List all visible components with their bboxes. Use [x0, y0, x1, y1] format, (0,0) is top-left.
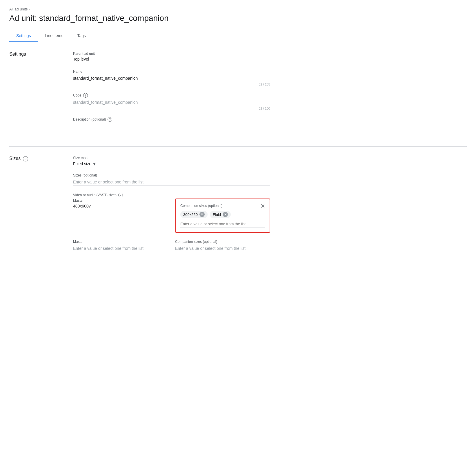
code-char-count: 32 / 100	[73, 107, 270, 110]
description-help-icon[interactable]: ?	[108, 117, 112, 122]
vast-bottom-companion-group: Companion sizes (optional)	[175, 240, 270, 252]
chip-fluid-close-icon: ✕	[224, 213, 227, 216]
settings-content: Parent ad unit Top level Name 32 / 255 C…	[73, 52, 270, 137]
parent-ad-unit-value: Top level	[73, 57, 270, 63]
chip-300x250-close-icon: ✕	[201, 213, 203, 216]
tabs-container: Settings Line items Tags	[9, 30, 467, 42]
breadcrumb-label: All ad units	[9, 7, 28, 11]
size-mode-group: Size mode Fixed size ▾	[73, 156, 270, 166]
sizes-optional-input[interactable]	[73, 179, 270, 186]
sizes-optional-group: Sizes (optional)	[73, 173, 270, 186]
sizes-optional-label: Sizes (optional)	[73, 173, 270, 177]
chip-fluid-close[interactable]: ✕	[223, 212, 228, 217]
description-label: Description (optional) ?	[73, 117, 270, 122]
size-mode-dropdown[interactable]: Fixed size ▾	[73, 161, 270, 166]
vast-bottom-companion-input[interactable]	[175, 245, 270, 252]
vast-master-value: 480x600v	[73, 204, 168, 210]
vast-help-icon[interactable]: ?	[118, 193, 123, 197]
chip-fluid: Fluid ✕	[210, 211, 231, 218]
breadcrumb-arrow: ›	[29, 7, 30, 11]
name-label: Name	[73, 70, 270, 74]
vast-row-bottom: Master Companion sizes (optional)	[73, 240, 270, 252]
sizes-help-icon[interactable]: ?	[23, 156, 28, 161]
vast-master-label: Master	[73, 199, 168, 203]
sizes-section-label: Sizes ?	[9, 156, 73, 252]
description-input[interactable]	[73, 123, 270, 130]
sizes-section: Sizes ? Size mode Fixed size ▾ Sizes (op…	[9, 147, 467, 261]
vast-bottom-companion-label: Companion sizes (optional)	[175, 240, 270, 244]
chip-fluid-label: Fluid	[213, 212, 221, 217]
code-group: Code ? 32 / 100	[73, 93, 270, 110]
name-group: Name 32 / 255	[73, 70, 270, 86]
description-group: Description (optional) ?	[73, 117, 270, 130]
breadcrumb[interactable]: All ad units ›	[9, 7, 467, 11]
companion-chips-row: 300x250 ✕ Fluid ✕	[180, 211, 265, 218]
settings-section-label: Settings	[9, 52, 73, 137]
code-label: Code ?	[73, 93, 270, 98]
settings-section: Settings Parent ad unit Top level Name 3…	[9, 42, 467, 147]
vast-row: Master 480x600v Companion sizes (optiona…	[73, 199, 270, 233]
vast-bottom-master-input[interactable]	[73, 245, 168, 252]
sizes-content: Size mode Fixed size ▾ Sizes (optional) …	[73, 156, 270, 252]
size-mode-value: Fixed size	[73, 161, 91, 166]
popup-close-button[interactable]: ✕	[259, 202, 267, 210]
size-mode-label: Size mode	[73, 156, 270, 160]
size-mode-dropdown-arrow: ▾	[93, 161, 96, 166]
parent-ad-unit-label: Parent ad unit	[73, 52, 270, 56]
tab-settings[interactable]: Settings	[9, 30, 38, 42]
name-input[interactable]	[73, 75, 270, 82]
code-help-icon[interactable]: ?	[83, 93, 88, 98]
code-input[interactable]	[73, 99, 270, 106]
tab-line-items[interactable]: Line items	[38, 30, 70, 42]
companion-popup-label: Companion sizes (optional)	[180, 204, 265, 208]
chip-300x250-label: 300x250	[183, 212, 198, 217]
vast-bottom-master-group: Master	[73, 240, 168, 252]
vast-bottom-master-label: Master	[73, 240, 168, 244]
companion-popup: Companion sizes (optional) 300x250 ✕ Flu…	[175, 199, 270, 233]
chip-300x250: 300x250 ✕	[180, 211, 208, 218]
vast-group: Video or audio (VAST) sizes ? Master 480…	[73, 193, 270, 233]
page-title: Ad unit: standard_format_native_companio…	[9, 14, 467, 23]
companion-input[interactable]	[180, 221, 265, 227]
name-char-count: 32 / 255	[73, 83, 270, 86]
tab-tags[interactable]: Tags	[70, 30, 93, 42]
vast-label: Video or audio (VAST) sizes ?	[73, 193, 270, 197]
chip-300x250-close[interactable]: ✕	[199, 212, 205, 217]
parent-ad-unit-group: Parent ad unit Top level	[73, 52, 270, 63]
vast-master-group: Master 480x600v	[73, 199, 168, 233]
popup-close-icon: ✕	[260, 203, 265, 210]
